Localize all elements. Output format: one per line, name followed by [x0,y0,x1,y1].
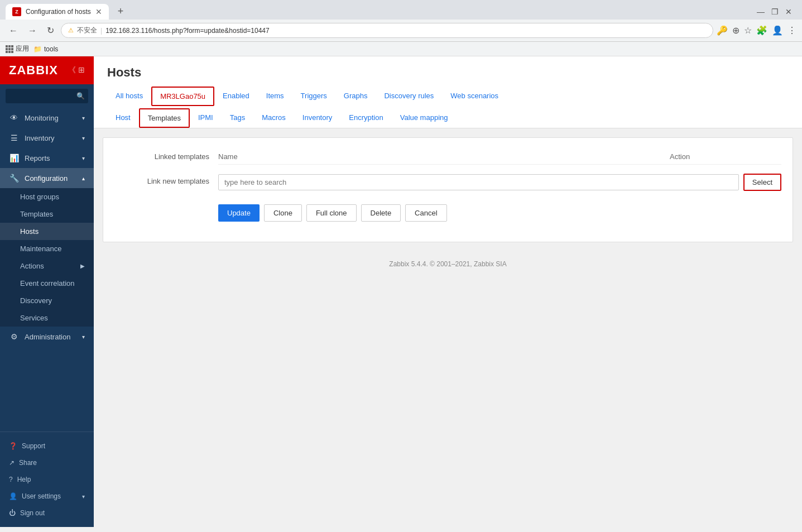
url-bar[interactable]: ⚠ 不安全 | 192.168.23.116/hosts.php?form=up… [61,23,713,38]
sidebar-item-actions[interactable]: Actions ▶ [0,257,94,275]
tab-web-scenarios[interactable]: Web scenarios [442,87,507,106]
tab-triggers[interactable]: Triggers [292,87,335,106]
logo-icons: 《 ⊞ [68,65,85,75]
sidebar-item-hosts[interactable]: Hosts [0,223,94,240]
browser-right-icons: 🔑 ⊕ ☆ 🧩 👤 ⋮ [717,25,796,36]
monitoring-label: Monitoring [25,114,59,122]
action-buttons-row: Update Clone Full clone Delete Cancel [114,200,781,222]
sidebar-item-administration[interactable]: ⚙ Administration ▾ [0,327,94,347]
sidebar-item-share[interactable]: ↗ Share [0,454,94,471]
tools-bookmark[interactable]: 📁 tools [33,45,58,53]
sidebar-item-templates[interactable]: Templates [0,205,94,223]
sidebar-item-inventory[interactable]: ☰ Inventory ▾ [0,128,94,148]
security-icon: ⚠ [68,27,74,34]
grid-icon[interactable]: ⊞ [78,65,85,75]
browser-chrome: Z Configuration of hosts ✕ + — ❐ ✕ ← → ↻… [0,0,802,56]
sidebar-item-discovery[interactable]: Discovery [0,292,94,309]
security-label: 不安全 [77,26,97,35]
collapse-icon[interactable]: 《 [68,65,76,75]
tab-value-mapping[interactable]: Value mapping [392,108,457,128]
search-with-button: Select [218,174,781,191]
browser-controls: ← → ↻ ⚠ 不安全 | 192.168.23.116/hosts.php?f… [0,20,802,42]
linked-templates-row: Linked templates Name Action [114,149,781,165]
minimize-icon[interactable]: — [757,7,765,16]
sidebar-item-services[interactable]: Services [0,309,94,327]
linked-templates-label: Linked templates [114,149,209,161]
maintenance-label: Maintenance [20,245,61,253]
delete-button[interactable]: Delete [361,204,401,222]
sign-out-icon: ⏻ [9,509,16,517]
tab-items[interactable]: Items [258,87,292,106]
tab-all-hosts[interactable]: All hosts [107,87,151,106]
monitoring-icon: 👁 [9,113,19,122]
bookmark-icon[interactable]: ☆ [744,25,752,36]
inventory-icon: ☰ [9,133,19,142]
user-settings-label: User settings [22,492,61,500]
user-settings-arrow: ▾ [82,493,85,500]
tab-title: Configuration of hosts [26,8,91,16]
reports-label: Reports [25,154,50,162]
restore-icon[interactable]: ❐ [771,7,779,16]
tab-ipmi[interactable]: IPMI [190,108,222,128]
close-icon[interactable]: ✕ [785,7,792,16]
template-search-input[interactable] [218,174,739,190]
back-button[interactable]: ← [6,23,21,38]
tab-macros[interactable]: Macros [253,108,294,128]
tab-enabled[interactable]: Enabled [214,87,258,106]
reload-button[interactable]: ↻ [44,23,57,38]
tab-discovery-rules[interactable]: Discovery rules [376,87,442,106]
browser-tab[interactable]: Z Configuration of hosts ✕ [6,4,109,20]
page-title: Hosts [107,65,789,80]
sidebar-item-configuration[interactable]: 🔧 Configuration ▴ [0,168,94,188]
main-content: Hosts All hosts MR3LGao75u Enabled Items… [94,56,802,527]
user-settings-icon: 👤 [9,492,17,500]
sidebar-search-container: 🔍 [0,84,94,108]
url-text: 192.168.23.116/hosts.php?form=update&hos… [105,27,270,35]
tab-mr3lgao75u[interactable]: MR3LGao75u [151,87,214,106]
tab-encryption[interactable]: Encryption [340,108,391,128]
support-icon: ❓ [9,442,17,450]
sidebar-item-help[interactable]: ? Help [0,471,94,488]
link-new-templates-row: Link new templates Select [114,174,781,191]
sidebar-item-monitoring[interactable]: 👁 Monitoring ▾ [0,108,94,128]
footer-text: Zabbix 5.4.4. © 2001–2021, Zabbix SIA [389,260,506,268]
sidebar-item-support[interactable]: ❓ Support [0,438,94,454]
translate-icon[interactable]: ⊕ [732,25,739,36]
reports-icon: 📊 [9,154,19,162]
new-tab-button[interactable]: + [113,3,128,20]
action-buttons: Update Clone Full clone Delete Cancel [218,204,781,222]
tab-inventory[interactable]: Inventory [294,108,340,128]
sidebar-item-maintenance[interactable]: Maintenance [0,240,94,257]
profile-icon[interactable]: 👤 [772,25,783,36]
sidebar-search-input[interactable] [6,89,88,103]
templates-label: Templates [20,210,53,218]
full-clone-button[interactable]: Full clone [306,204,357,222]
logo-text: ZABBIX [9,63,58,78]
clone-button[interactable]: Clone [264,204,302,222]
key-icon[interactable]: 🔑 [717,25,728,36]
select-button[interactable]: Select [743,174,781,191]
tab-tags[interactable]: Tags [222,108,253,128]
share-icon: ↗ [9,459,15,467]
tab-graphs[interactable]: Graphs [335,87,376,106]
sidebar-item-reports[interactable]: 📊 Reports ▾ [0,148,94,168]
sign-out-label: Sign out [20,509,45,517]
sidebar-bottom: ❓ Support ↗ Share ? Help 👤 User settings… [0,432,94,527]
tab-templates[interactable]: Templates [139,108,190,128]
col-action-header: Action [670,152,781,161]
menu-icon[interactable]: ⋮ [787,25,796,36]
sidebar-item-host-groups[interactable]: Host groups [0,188,94,205]
link-new-templates-field: Select [218,174,781,191]
tab-close-icon[interactable]: ✕ [95,7,102,16]
sidebar-item-event-correlation[interactable]: Event correlation [0,275,94,292]
actions-label: Actions [20,262,44,270]
apps-bookmark[interactable]: 应用 [6,44,29,54]
forward-button[interactable]: → [25,23,40,38]
tab-host[interactable]: Host [107,108,139,128]
sidebar-item-sign-out[interactable]: ⏻ Sign out [0,505,94,521]
help-label: Help [17,476,31,483]
sidebar-item-user-settings[interactable]: 👤 User settings ▾ [0,488,94,505]
cancel-button[interactable]: Cancel [405,204,446,222]
update-button[interactable]: Update [218,204,260,222]
extensions-icon[interactable]: 🧩 [756,25,767,36]
